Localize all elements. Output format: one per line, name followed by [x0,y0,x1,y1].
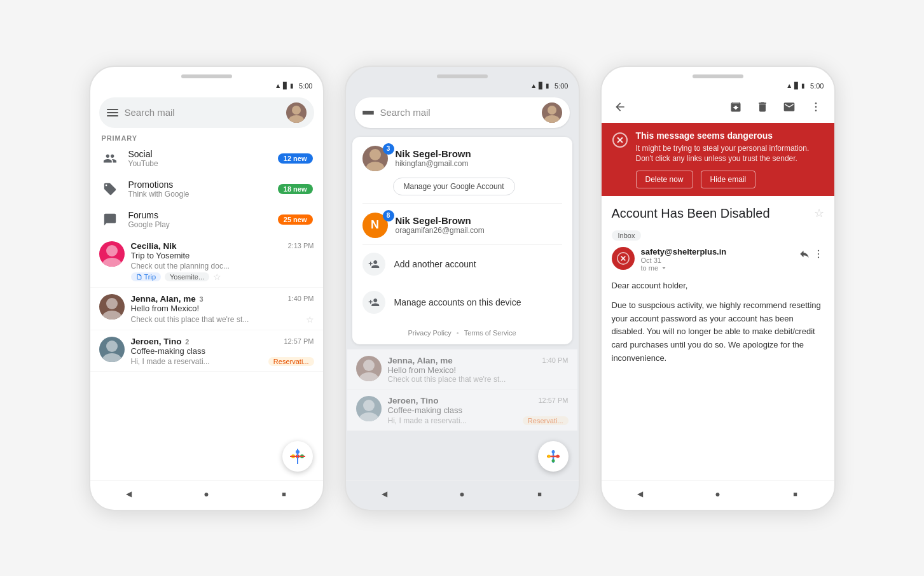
account1-name: Nik Segel-Brown [396,148,471,159]
user-avatar-2[interactable] [542,102,562,123]
email-body-greeting: Dear account holder, Due to suspcious ac… [612,279,824,365]
privacy-link[interactable]: Privacy Policy [408,329,451,337]
svg-point-15 [544,115,560,123]
reply-button[interactable] [799,248,810,262]
svg-point-16 [369,149,381,160]
background-emails: Jenna, Alan, me 1:40 PM Hello from Mexic… [346,349,579,431]
phone3-content: This message seems dangerous It might be… [602,91,834,480]
hamburger-menu-2[interactable] [362,111,374,115]
svg-point-26 [547,454,550,458]
account-footer: Privacy Policy • Terms of Service [352,321,572,344]
nav-home-btn[interactable] [200,487,214,501]
nav-square-btn[interactable] [277,487,291,501]
search-bar-2[interactable]: Search mail [355,97,570,128]
email-cecilia-body: Cecilia, Nik 2:13 PM Trip to Yosemite Ch… [131,241,314,282]
svg-point-37 [817,250,818,251]
jenna-avatar [99,294,125,320]
phone3-time: 5:00 [810,82,824,90]
phone3-nav-home[interactable] [711,487,725,501]
forums-sub: Google Play [128,220,269,229]
account2-header[interactable]: N 8 Nik Segel-Brown oragamifan26@gmail.c… [352,204,572,244]
social-name: Social [128,149,269,159]
email-button[interactable] [778,96,800,118]
manage-account-btn[interactable]: Manage your Google Account [393,178,515,195]
add-account-icon [362,253,385,276]
category-promotions[interactable]: Promotions Think with Google 18 new [90,174,323,204]
star-jenna[interactable]: ☆ [306,314,314,325]
bg-jenna-avatar [356,356,382,381]
forums-info: Forums Google Play [128,210,269,229]
sender-to-me[interactable]: to me [641,264,792,272]
hide-email-button[interactable]: Hide email [701,171,756,188]
phone1-nav-bar [90,480,323,510]
cecilia-subject: Trip to Yosemite [131,251,314,260]
email-more-button[interactable] [813,248,824,262]
phone1: ▲ ▊ ▮ 5:00 Search mail PRIMARY Social Y [89,66,324,511]
section-primary-label: PRIMARY [90,132,323,143]
delete-button[interactable] [752,96,773,118]
email-row-jenna[interactable]: Jenna, Alan, me 3 1:40 PM Hello from Mex… [90,288,323,330]
danger-content: This message seems dangerous It might be… [636,130,824,189]
phone3-signal-icon: ▊ [794,82,799,89]
svg-point-29 [815,106,817,108]
email-row-cecilia[interactable]: Cecilia, Nik 2:13 PM Trip to Yosemite Ch… [90,235,323,288]
phone2-content: Search mail 3 Nik Segel-Brown hikingfan@… [346,91,579,480]
back-button[interactable] [609,96,631,118]
manage-account-btn-wrap[interactable]: Manage your Google Account [352,178,572,203]
svg-point-5 [102,311,121,320]
hamburger-menu[interactable] [107,109,118,116]
danger-actions: Delete now Hide email [636,171,824,188]
svg-point-19 [359,372,378,381]
svg-point-18 [363,360,375,371]
search-input-2[interactable]: Search mail [380,107,535,118]
phone2-status-icons: ▲ ▊ ▮ [530,82,549,89]
phone3-nav-square[interactable] [789,487,803,501]
phone3: ▲ ▊ ▮ 5:00 [600,66,836,511]
email-row-jeroen[interactable]: Jeroen, Tino 2 12:57 PM Coffee-making cl… [90,330,323,372]
cecilia-avatar [99,241,125,267]
jeroen-time: 12:57 PM [284,337,314,345]
account1-info: Nik Segel-Brown hikingfan@gmail.com [396,148,471,168]
svg-point-38 [817,253,818,255]
archive-button[interactable] [725,96,747,118]
jeroen-preview: Hi, I made a reservati... [131,357,265,366]
category-forums[interactable]: Forums Google Play 25 new [90,204,323,235]
bg-jeroen-avatar [356,396,382,421]
promotions-icon [100,179,120,199]
phone2-nav-back[interactable] [378,487,392,501]
phone3-battery-icon: ▮ [801,82,805,89]
compose-fab[interactable] [282,441,313,472]
star-detail[interactable]: ☆ [814,206,824,220]
social-badge: 12 new [278,153,313,164]
bg-jenna-subject: Hello from Mexico! [388,365,569,375]
manage-devices-item[interactable]: Manage accounts on this device [352,283,572,321]
forums-icon [100,210,120,229]
star-cecilia[interactable]: ☆ [213,272,221,282]
phone3-status-icons: ▲ ▊ ▮ [786,82,805,89]
delete-now-button[interactable]: Delete now [636,171,693,188]
user-avatar[interactable] [286,102,307,123]
svg-point-1 [289,115,304,123]
yosemite-chip-label: Yosemite... [170,273,204,281]
phone2-nav-bar [346,480,579,510]
category-social[interactable]: Social YouTube 12 new [90,143,323,174]
danger-desc: It might be trying to steal your persona… [636,143,824,165]
compose-fab-2[interactable] [538,441,569,472]
svg-point-30 [815,109,817,111]
email-detail-title: Account Has Been Disabled [612,205,814,221]
svg-point-27 [556,454,559,458]
search-bar[interactable]: Search mail [99,97,314,128]
phone2-nav-square[interactable] [533,487,547,501]
nav-back-btn[interactable] [122,487,136,501]
svg-point-20 [363,400,375,411]
danger-icon [612,132,628,148]
search-input[interactable]: Search mail [125,107,280,118]
phone3-nav-back[interactable] [633,487,647,501]
phone2-nav-home[interactable] [455,487,469,501]
add-account-item[interactable]: Add another account [352,245,572,283]
svg-point-39 [817,256,818,258]
terms-link[interactable]: Terms of Service [464,329,516,337]
more-options-button[interactable] [805,96,827,118]
phone1-content: Search mail PRIMARY Social YouTube 12 ne… [90,91,323,480]
svg-point-3 [102,258,121,267]
